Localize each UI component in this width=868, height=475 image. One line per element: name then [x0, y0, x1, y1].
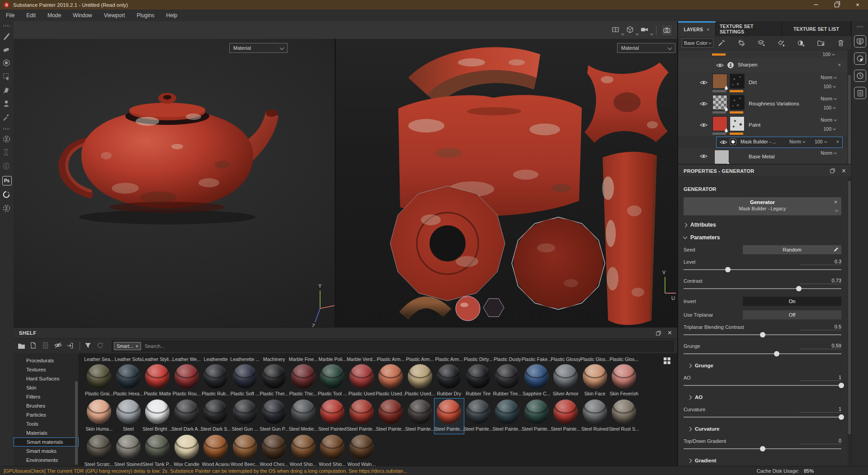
visibility-eye-icon[interactable] — [716, 63, 724, 68]
material-item[interactable]: Wood Ches... — [259, 434, 289, 466]
material-item[interactable]: Wood Beec... — [231, 434, 260, 466]
param-slider[interactable] — [684, 286, 841, 291]
param-group-gradient[interactable]: Gradient — [684, 458, 841, 463]
material-item[interactable]: Silver Armor — [551, 363, 580, 399]
material-item[interactable]: Steel Painte... — [522, 399, 552, 434]
material-item[interactable]: Leather Styli... — [143, 356, 172, 363]
menu-viewport[interactable]: Viewport — [98, 10, 131, 21]
delete-layer-icon[interactable] — [837, 39, 845, 47]
material-item[interactable]: Steel Rust S... — [609, 399, 639, 434]
param-value[interactable]: 0.3 — [800, 259, 841, 265]
blend-mode-dropdown[interactable]: Norm — [821, 75, 836, 80]
filter-icon[interactable] — [85, 342, 93, 351]
shelf-category-procedurals[interactable]: Procedurals — [14, 356, 79, 365]
add-effect-icon[interactable] — [738, 39, 745, 47]
photoshop-export-icon[interactable]: Ps — [2, 176, 12, 185]
material-item[interactable]: Wood Waln... — [347, 434, 377, 466]
material-item[interactable]: Plastic Used... — [406, 363, 435, 399]
layer-opacity[interactable]: 100 — [823, 105, 835, 110]
param-value[interactable]: 0.59 — [800, 343, 841, 349]
material-item[interactable]: Plastic Rou... — [172, 363, 202, 399]
layer-opacity[interactable]: 100 — [823, 84, 835, 89]
dock-grip-handle[interactable] — [857, 26, 864, 28]
parameters-group[interactable]: Parameters — [684, 234, 841, 241]
param-slider[interactable] — [684, 267, 841, 272]
visibility-eye-icon[interactable] — [700, 123, 708, 128]
filter-tag-close-icon[interactable]: × — [136, 343, 138, 349]
material-item[interactable]: Skin Face — [580, 363, 610, 399]
material-item[interactable]: Plastic Tool ... — [318, 363, 347, 399]
layer-row-base-metal[interactable]: Base MetalNorm — [678, 148, 847, 164]
import-resources-icon[interactable] — [66, 342, 75, 351]
shelf-category-skin[interactable]: Skin — [14, 383, 79, 392]
tab-layers[interactable]: LAYERS × — [678, 21, 716, 36]
param-slider[interactable] — [684, 414, 841, 420]
material-item[interactable]: Plastic Rub... — [201, 363, 231, 399]
param-value[interactable]: 0 — [800, 438, 841, 444]
attributes-group[interactable]: Attributes — [684, 222, 841, 228]
toggle-use-triplanar[interactable]: Off — [743, 310, 841, 319]
new-resource-icon[interactable] — [30, 342, 38, 351]
channel-filter-dropdown[interactable]: Base Color — [682, 38, 713, 48]
material-item[interactable]: Steel Painte... — [406, 399, 435, 434]
generator-selector[interactable]: Generator Mask Builder - Legacy × — [684, 197, 841, 215]
layer-effect-row-mask-builder[interactable]: Mask Builder - ...Norm100× — [678, 136, 847, 149]
filter-tag[interactable]: Smart...× — [114, 342, 141, 350]
polygon-select-tool-icon[interactable] — [2, 72, 11, 81]
shelf-category-particles[interactable]: Particles — [14, 410, 79, 419]
slider-handle[interactable] — [760, 332, 765, 337]
mesh-display-icon[interactable] — [626, 26, 635, 35]
menu-help[interactable]: Help — [160, 10, 184, 21]
material-item[interactable]: Sapphire C... — [522, 363, 552, 399]
material-item[interactable]: Machinery — [259, 356, 289, 363]
substance-share-icon[interactable] — [2, 162, 11, 171]
material-item[interactable]: Plastic Glos... — [580, 356, 610, 363]
add-mask-icon[interactable] — [797, 39, 805, 47]
add-smart-material-icon[interactable] — [718, 39, 726, 47]
material-item[interactable]: Rubber Tire... — [493, 363, 522, 399]
close-button[interactable]: × — [847, 0, 868, 10]
blend-mode-dropdown[interactable]: Norm — [821, 150, 836, 156]
projection-tool-icon[interactable] — [2, 59, 11, 68]
visibility-eye-icon[interactable] — [700, 154, 708, 159]
material-item[interactable]: Steel Dark S... — [201, 399, 231, 434]
add-fill-layer-icon[interactable] — [778, 39, 785, 47]
shelf-category-filters[interactable]: Filters — [14, 392, 79, 401]
close-panel-icon[interactable]: × — [842, 167, 846, 175]
material-item[interactable]: Plastic Glossy — [551, 356, 580, 363]
menu-plugins[interactable]: Plugins — [131, 10, 160, 21]
material-item[interactable]: Skin Feverish — [609, 363, 639, 399]
shelf-category-environments[interactable]: Environments — [14, 456, 79, 465]
material-item[interactable]: Plastic Matte — [143, 363, 172, 399]
screenshot-button[interactable] — [661, 24, 673, 36]
material-item[interactable]: Marble Verd... — [347, 356, 377, 363]
material-item[interactable]: Steel Gun P... — [259, 399, 289, 434]
undock-panel-icon[interactable] — [830, 168, 835, 174]
toolbar-grip-handle[interactable] — [3, 25, 10, 27]
toggle-invert[interactable]: On — [743, 297, 841, 306]
undock-panel-icon[interactable] — [656, 330, 661, 336]
layer-row-sharpen[interactable]: Sharpen× — [678, 58, 847, 73]
param-group-ao[interactable]: AO — [684, 394, 841, 400]
param-group-grunge[interactable]: Grunge — [684, 363, 841, 368]
material-item[interactable]: Steel Painte... — [347, 399, 377, 434]
param-value[interactable]: 0.73 — [800, 278, 841, 284]
blend-mode-dropdown[interactable]: Norm — [821, 117, 836, 123]
material-item[interactable]: Skin Huma... — [85, 399, 114, 434]
material-item[interactable]: Marble Poli... — [318, 356, 347, 363]
menu-edit[interactable]: Edit — [20, 10, 42, 21]
material-item[interactable]: Plastic Arm... — [376, 356, 406, 363]
visibility-eye-icon[interactable] — [700, 80, 708, 85]
material-item[interactable]: Leather Sofa — [114, 356, 143, 363]
history-icon[interactable] — [854, 70, 866, 82]
restore-button[interactable] — [826, 0, 847, 10]
material-item[interactable]: Plastic Ther... — [259, 363, 289, 399]
effect-opacity[interactable]: 100 — [815, 139, 827, 144]
slider-handle[interactable] — [839, 414, 844, 420]
material-item[interactable]: Wood Ship... — [318, 434, 347, 466]
smudge-tool-icon[interactable] — [2, 100, 11, 109]
viewport-2d-uv[interactable]: V U Material — [336, 39, 677, 327]
param-slider[interactable] — [684, 383, 841, 388]
material-item[interactable]: Leatherette — [201, 356, 231, 363]
shelf-category-tools[interactable]: Tools — [14, 419, 79, 428]
